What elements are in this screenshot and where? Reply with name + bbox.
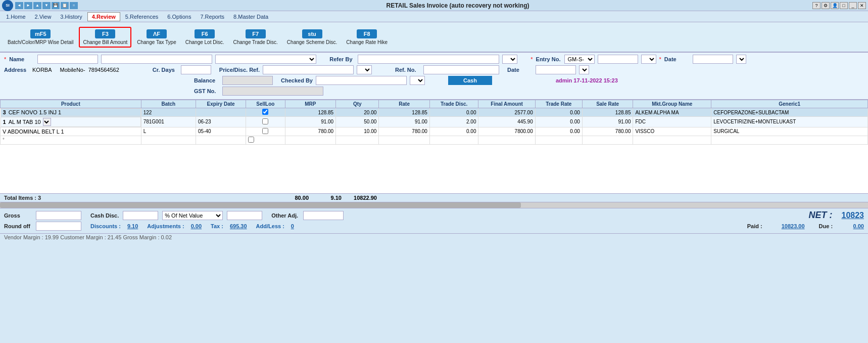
admin-text: admin 17-11-2022 15:23 xyxy=(556,77,618,83)
cell-mrp: 780.00 xyxy=(285,127,336,136)
discounts-value[interactable]: 9.10 xyxy=(127,223,138,229)
date-input[interactable]: 17-11-2022 xyxy=(693,55,733,64)
date-dropdown[interactable] xyxy=(736,55,746,64)
col-expiry: Expiry Date xyxy=(196,100,246,108)
app-logo: SI xyxy=(2,0,13,11)
menu-references[interactable]: 5.References xyxy=(121,13,162,21)
add-less-value[interactable]: 0 xyxy=(291,223,294,229)
cash-button[interactable]: Cash xyxy=(448,76,492,85)
menu-home[interactable]: 1.Home xyxy=(2,13,30,21)
product-dropdown[interactable] xyxy=(43,118,51,126)
adjustments-label: Adjustments : xyxy=(147,223,184,229)
btn-batch-color[interactable]: mF5 Batch/Color/MRP Wise Detail xyxy=(4,27,77,47)
selloo-checkbox-3[interactable] xyxy=(262,128,268,134)
new-row-checkbox[interactable] xyxy=(248,137,254,143)
toolbar-icon-1[interactable]: ◄ xyxy=(15,2,23,9)
adjustments-value[interactable]: 0.00 xyxy=(191,223,202,229)
cash-disc-label: Cash Disc. xyxy=(90,212,119,219)
cell-selloo[interactable] xyxy=(246,108,285,117)
date2-input[interactable]: 17-11-2022 xyxy=(536,65,576,74)
cell-product: 3CEF NOVO 1.5 INJ 1 xyxy=(1,108,141,116)
col-generic1: Generic1 xyxy=(711,100,868,108)
address-city: KORBA xyxy=(32,67,52,73)
name-input[interactable]: Tejoshree Sarkar xyxy=(101,55,212,64)
toolbar-icon-5[interactable]: 💾 xyxy=(52,2,60,9)
help-btn[interactable]: ? xyxy=(812,2,821,9)
other-adj-input[interactable]: 0.00 xyxy=(303,211,344,220)
cell-mkt-group: VISSCO xyxy=(633,127,711,136)
toolbar-icon-3[interactable]: ▲ xyxy=(33,2,41,9)
selloo-checkbox[interactable] xyxy=(262,109,268,115)
table-row[interactable]: V ABDOMINAL BELT L 1 L 05-40 780.00 10.0… xyxy=(1,127,868,136)
refer-by-dropdown[interactable] xyxy=(502,55,517,64)
date2-label: Date xyxy=(507,67,533,73)
checked-by-label: Checked By xyxy=(281,77,313,83)
checked-by-dropdown[interactable] xyxy=(410,76,425,85)
cr-days-label: Cr. Days xyxy=(153,67,178,73)
checked-by-input[interactable] xyxy=(316,76,407,85)
cr-days-input[interactable]: 0 xyxy=(181,65,211,74)
pct-net-input[interactable]: 0.00 xyxy=(227,211,262,220)
cell-selloo[interactable] xyxy=(246,127,285,136)
menu-history[interactable]: 3.History xyxy=(56,13,86,21)
btn-change-scheme-disc[interactable]: stu Change Scheme Disc. xyxy=(283,27,341,47)
date2-dropdown[interactable] xyxy=(579,65,589,74)
toolbar-icon-6[interactable]: 📋 xyxy=(61,2,69,9)
horizontal-scrollbar[interactable] xyxy=(0,202,868,208)
table-row[interactable]: 3CEF NOVO 1.5 INJ 1 122 128.85 20.00 128… xyxy=(1,108,868,117)
user-btn[interactable]: 👤 xyxy=(831,2,839,9)
cell-trade-disc: 2.00 xyxy=(429,117,478,127)
scrollbar-thumb[interactable] xyxy=(0,202,521,208)
entry-number-dropdown[interactable] xyxy=(641,55,656,64)
btn-change-rate-hike[interactable]: F8 Change Rate Hike xyxy=(343,27,391,47)
pct-net-dropdown[interactable]: % Of Net Value xyxy=(162,211,223,220)
table-row[interactable]: 1 AL M TAB 10 781G001 06-23 91.00 50.00 … xyxy=(1,117,868,127)
minimize-btn[interactable]: _ xyxy=(849,2,857,9)
footer-summary: Total Items : 3 80.00 9.10 10822.90 xyxy=(0,193,868,202)
menu-review[interactable]: 4.Review xyxy=(87,12,120,21)
toolbar-icon-7[interactable]: = xyxy=(70,2,78,9)
menu-view[interactable]: 2.View xyxy=(31,13,56,21)
maximize-btn[interactable]: □ xyxy=(840,2,848,9)
table-new-row[interactable]: * xyxy=(1,136,868,144)
menubar: 1.Home 2.View 3.History 4.Review 5.Refer… xyxy=(0,11,868,22)
cash-disc-input[interactable]: 0.00 xyxy=(123,211,158,220)
ref-no-input[interactable] xyxy=(423,65,499,74)
due-value[interactable]: 0.00 xyxy=(853,223,864,229)
name-dropdown[interactable] xyxy=(215,55,316,64)
entry-number-input[interactable]: 81964 xyxy=(598,55,638,64)
btn-change-bill-amount[interactable]: F3 Change Bill Amount xyxy=(79,27,131,48)
toolbar-icon-4[interactable]: ▼ xyxy=(42,2,51,9)
paid-value[interactable]: 10823.00 xyxy=(782,223,805,229)
btn-change-trade-disc[interactable]: F7 Change Trade Disc. xyxy=(229,27,281,47)
col-selloo: SellLoo xyxy=(246,100,285,108)
selloo-checkbox-2[interactable] xyxy=(262,118,268,124)
name-prefix-input[interactable] xyxy=(37,55,98,64)
statusbar: Vendor Margin : 19.99 Customer Margin : … xyxy=(0,233,868,241)
menu-reports[interactable]: 7.Reports xyxy=(196,13,228,21)
tax-value[interactable]: 695.30 xyxy=(230,223,247,229)
menu-master-data[interactable]: 8.Master Data xyxy=(229,13,272,21)
settings-btn[interactable]: ⚙ xyxy=(822,2,830,9)
col-rate: Rate xyxy=(379,100,430,108)
refer-by-label: Refer By xyxy=(329,56,355,62)
final-total: 10822.90 xyxy=(342,195,377,201)
bottom-area: Gross 10832.00 Cash Disc. 0.00 % Of Net … xyxy=(0,208,868,233)
balance-label: Balance xyxy=(194,77,219,83)
toolbar-icon-2[interactable]: ► xyxy=(24,2,32,9)
gross-input[interactable]: 10832.00 xyxy=(36,211,81,220)
round-off-input[interactable]: 0.10 xyxy=(36,222,81,231)
refer-by-input[interactable] xyxy=(358,55,499,64)
net-value: 10823 xyxy=(842,211,864,220)
due-label: Due : xyxy=(819,223,847,229)
menu-options[interactable]: 6.Options xyxy=(163,13,195,21)
form-area: * Name Tejoshree Sarkar Refer By * Entry… xyxy=(0,53,868,100)
price-disc-input[interactable] xyxy=(263,65,354,74)
close-btn[interactable]: ✕ xyxy=(858,2,866,9)
btn-change-tax-type[interactable]: ΛF Change Tax Type xyxy=(133,27,179,47)
btn-change-lot-disc[interactable]: F6 Change Lot Disc. xyxy=(182,27,228,47)
cell-selloo[interactable] xyxy=(246,117,285,127)
price-disc-dropdown[interactable] xyxy=(357,65,372,74)
window-controls: ? ⚙ 👤 □ _ ✕ xyxy=(812,2,866,9)
entry-prefix-select[interactable]: GM-S- xyxy=(564,55,595,64)
